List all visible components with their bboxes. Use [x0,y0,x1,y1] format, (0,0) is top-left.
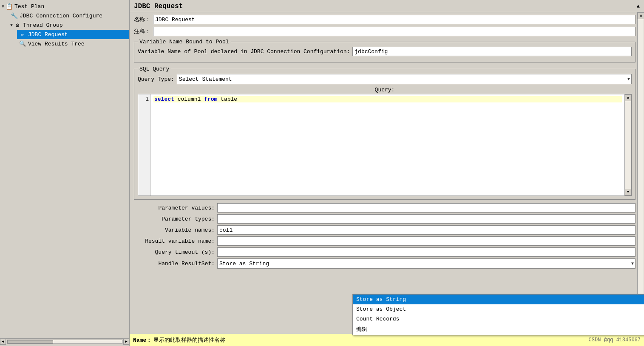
dropdown-item-store-string[interactable]: Store as String [353,295,644,304]
bottom-bar-label: Name： [133,336,152,344]
result-variable-input[interactable] [217,236,635,246]
main-panel: JDBC Request ▲ 名称： 注释： Variable Name Bou… [130,0,644,346]
param-values-input[interactable] [217,203,635,213]
dropdown-item-count-records[interactable]: Count Records [353,314,644,324]
bottom-bar-text: 显示的此取样器的描述性名称 [153,336,225,344]
comment-input[interactable] [153,27,635,36]
title-bar: JDBC Request ▲ [130,0,644,12]
sidebar-item-jdbc-request[interactable]: ✏ JDBC Request [17,30,129,39]
sidebar-item-label-jdbc-config: JDBC Connection Configure [20,13,102,19]
sidebar-scroll-right[interactable]: ▶ [123,339,129,345]
pool-input[interactable] [352,47,632,56]
name-input[interactable] [153,15,635,24]
sidebar-item-thread-group[interactable]: ▼ ⚙ Thread Group [9,20,129,30]
sidebar-item-label-view-results: View Results Tree [28,41,85,47]
test-plan-icon: 📋 [5,3,13,10]
result-variable-label: Result variable name: [134,238,215,244]
query-timeout-row: Query timeout (s): [134,247,635,257]
expand-arrow-test-plan: ▼ [2,4,4,9]
handle-resultset-select[interactable]: Store as String Store as Object Count Re… [217,258,635,269]
code-scroll-track[interactable] [625,101,631,189]
handle-resultset-select-wrapper[interactable]: Store as String Store as Object Count Re… [217,258,635,269]
line-number-1: 1 [140,96,149,102]
keyword-select: select [154,96,174,102]
main-scrollbar[interactable]: ▲ ▼ [637,12,644,333]
code-column: column1 [178,96,204,102]
sidebar-item-label-jdbc-request: JDBC Request [28,31,68,38]
code-scroll-down[interactable]: ▼ [625,189,632,196]
expand-arrow-thread-group: ▼ [10,23,13,28]
panel-title: JDBC Request [134,3,183,10]
sidebar-item-label-test-plan: Test Plan [14,3,44,10]
query-type-label: Query Type: [138,76,174,82]
handle-resultset-dropdown: Store as String Store as Object Count Re… [352,294,644,335]
result-variable-row: Result variable name: [134,236,635,246]
jdbc-request-icon: ✏ [19,31,26,38]
param-types-input[interactable] [217,214,635,224]
sidebar-item-view-results[interactable]: 🔍 View Results Tree [17,39,129,48]
csdn-badge: CSDN @qq_41345067 [589,337,641,343]
sidebar-scroll-track[interactable] [7,340,122,344]
param-values-row: Parameter values: [134,203,635,213]
line-numbers: 1 [138,94,151,196]
comment-label: 注释： [134,28,150,35]
view-results-icon: 🔍 [19,40,26,48]
sidebar-scroll-thumb[interactable] [7,340,53,343]
code-scroll-up[interactable]: ▲ [625,94,632,101]
code-table: table [221,96,237,102]
code-editor-scrollbar[interactable]: ▲ ▼ [624,94,631,196]
query-type-row: Query Type: Select Statement Update Stat… [138,74,632,84]
variable-names-row: Variable names: [134,225,635,235]
sidebar-scroll-left[interactable]: ◀ [0,339,6,345]
sidebar-item-jdbc-config[interactable]: 🔧 JDBC Connection Configure [9,11,129,20]
main-scroll-track[interactable] [638,19,644,326]
sidebar: ▼ 📋 Test Plan 🔧 JDBC Connection Configur… [0,0,130,346]
title-bar-arrow: ▲ [637,3,640,9]
query-timeout-input[interactable] [217,247,635,257]
name-row: 名称： [134,15,635,24]
code-editor[interactable]: 1 select column1 from table ▲ ▼ [138,94,632,196]
sql-query-legend: SQL Query [138,66,171,72]
variable-names-input[interactable] [217,225,635,235]
sidebar-item-test-plan[interactable]: ▼ 📋 Test Plan [0,2,129,11]
query-timeout-label: Query timeout (s): [134,249,215,255]
code-line-1[interactable]: select column1 from table [153,96,622,102]
dropdown-item-store-object[interactable]: Store as Object [353,304,644,314]
variable-names-label: Variable names: [134,227,215,233]
jdbc-config-icon: 🔧 [10,12,18,20]
param-types-label: Parameter types: [134,216,215,222]
param-types-row: Parameter types: [134,214,635,224]
code-content[interactable]: select column1 from table [151,94,624,196]
main-scroll-up[interactable]: ▲ [638,12,644,19]
query-label: Query: [375,87,395,93]
sql-query-fieldset: SQL Query Query Type: Select Statement U… [134,66,635,200]
thread-group-icon: ⚙ [14,21,21,29]
form-panel: 名称： 注释： Variable Name Bound to Pool Vari… [130,12,637,333]
name-label: 名称： [134,16,150,23]
sidebar-item-label-thread-group: Thread Group [23,22,63,28]
variable-name-legend: Variable Name Bound to Pool [138,39,231,45]
query-type-select-wrapper[interactable]: Select Statement Update Statement Callab… [177,74,632,84]
variable-name-fieldset: Variable Name Bound to Pool Variable Nam… [134,39,635,62]
sidebar-scrollbar[interactable]: ◀ ▶ [0,338,129,344]
keyword-from: from [204,96,217,102]
handle-resultset-row: Handle ResultSet: Store as String Store … [134,258,635,269]
param-values-label: Parameter values: [134,205,215,211]
pool-label: Variable Name of Pool declared in JDBC C… [138,48,350,55]
handle-resultset-label: Handle ResultSet: [134,261,215,267]
query-label-row: Query: [138,87,632,93]
comment-row: 注释： [134,27,635,36]
pool-row: Variable Name of Pool declared in JDBC C… [138,47,632,56]
dropdown-item-edit[interactable]: 编辑 [353,324,644,335]
query-type-select[interactable]: Select Statement Update Statement Callab… [177,74,632,84]
